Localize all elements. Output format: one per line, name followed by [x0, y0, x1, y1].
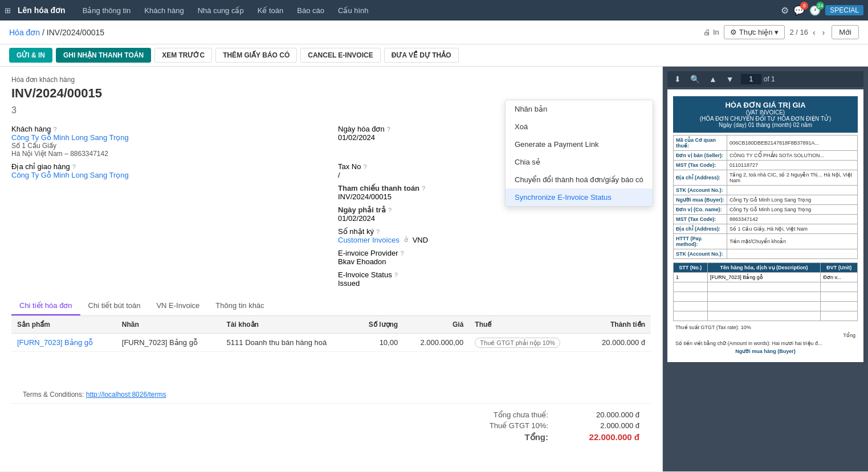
so-nhat-ky-value[interactable]: Customer Invoices	[338, 236, 400, 244]
settings-icon[interactable]: ⚙	[781, 5, 789, 16]
don-vi-mua-value: Công Ty Gỗ Minh Long Sang Trọng	[730, 207, 811, 212]
totals-section: Tổng chưa thuế: 20.000.000 đ Thuế GTGT 1…	[11, 403, 651, 452]
ghi-nhan-button[interactable]: GHI NHẬN THANH TOÁN	[56, 48, 151, 63]
field-ngay-phai-tra: Ngày phải trả ? 01/02/2024	[338, 206, 651, 223]
khach-hang-addr2: Hà Nội Việt Nam – 8863347142	[11, 150, 324, 158]
thue-gtgt-label: Thuế GTGT 10%:	[490, 421, 548, 430]
col-so-luong: Số lượng	[355, 316, 404, 334]
doc-empty-row4	[674, 311, 858, 321]
tax-no-label: Tax No	[338, 162, 361, 171]
nav-ke-toan[interactable]: Kế toán	[252, 3, 290, 18]
breadcrumb-parent[interactable]: Hóa đơn	[9, 28, 40, 37]
invoice-preview-panel: ⬇ 🔍 ▲ ▼ of 1 HÓA ĐƠN GIÁ TRỊ GIA (VAT IN…	[663, 67, 868, 471]
tong-chua-thue-label: Tổng chưa thuế:	[494, 411, 548, 419]
next-page-button[interactable]: ›	[820, 27, 828, 38]
ngay-phai-tra-label: Ngày phải trả	[338, 206, 386, 214]
tab-vn-einvoice[interactable]: VN E-Invoice	[148, 297, 207, 315]
preview-search-icon[interactable]: 🔍	[688, 73, 702, 85]
product-name[interactable]: [FURN_7023] Bảng gỗ	[11, 334, 116, 352]
doc-empty-row3	[674, 302, 858, 311]
dia-chi-ban-label: Địa chỉ (Address):	[676, 175, 720, 180]
tab-chi-tiet-but-toan[interactable]: Chi tiết bút toán	[80, 297, 149, 315]
khach-hang-label: Khách hàng	[11, 125, 51, 133]
cancel-einvoice-button[interactable]: CANCEL E-INVOICE	[300, 48, 380, 63]
einvoice-provider-help-icon[interactable]: ?	[401, 250, 404, 257]
dropdown-menu: Nhân bản Xoá Generate a Payment Link Chi…	[505, 100, 653, 207]
page-number-input[interactable]	[741, 74, 761, 84]
field-so-nhat-ky: Số nhật ký ? Customer Invoices ở VND	[338, 227, 651, 244]
nguoi-mua-value: Công Ty Gỗ Minh Long Sang Trọng	[730, 197, 811, 203]
dropdown-xoa[interactable]: Xoá	[506, 118, 653, 136]
message-badge: 8	[800, 2, 808, 10]
tab-chi-tiet-hoa-don[interactable]: Chi tiết hóa đơn	[11, 297, 80, 315]
dia-chi-mua-value: Số 1 Cầu Giấy, Hà Nội, Việt Nam	[730, 226, 808, 232]
nav-cau-hinh[interactable]: Cấu hình	[332, 3, 374, 18]
right-icons: ⚙ 💬 8 🕐 24 SPECIAL	[781, 5, 863, 16]
product-price: 2.000.000,00	[404, 334, 469, 352]
preview-download-icon[interactable]: ⬇	[672, 73, 683, 85]
tham-chieu-help-icon[interactable]: ?	[422, 185, 425, 192]
dia-chi-help-icon[interactable]: ?	[72, 163, 76, 170]
preview-down-icon[interactable]: ▼	[724, 73, 736, 85]
app-grid-icon[interactable]: ⊞	[5, 6, 11, 15]
nav-nha-cung-cap[interactable]: Nhà cung cấp	[192, 3, 250, 18]
app-name: Lên hóa đơn	[18, 6, 66, 15]
doc-empty-row1	[674, 282, 858, 292]
xem-truoc-button[interactable]: XEM TRƯỚC	[154, 48, 212, 63]
terms-section: Terms & Conditions: http://localhost:802…	[11, 386, 651, 403]
nav-bang-thong-tin[interactable]: Bảng thông tin	[77, 3, 137, 18]
dua-ve-button[interactable]: ĐƯA VỀ DỰ THẢO	[384, 48, 459, 63]
tax-badge[interactable]: Thuế GTGT phải nộp 10%	[475, 338, 560, 348]
so-nhat-ky-help-icon[interactable]: ?	[376, 228, 380, 235]
khach-hang-help-icon[interactable]: ?	[53, 126, 56, 133]
product-account: 5111 Doanh thu bán hàng hoá	[221, 334, 355, 352]
print-button[interactable]: 🖨 In	[703, 28, 719, 36]
preview-up-icon[interactable]: ▲	[707, 73, 719, 85]
stk-ban-label: STK (Account No.):	[676, 187, 723, 193]
printer-icon: 🖨	[703, 28, 711, 36]
httt-label: HTTT (Pay. method):	[676, 236, 702, 247]
field-einvoice-provider: E-invoice Provider ? Bkav Ehoadon	[338, 249, 651, 266]
mst-mua-value: 8863347142	[730, 216, 758, 222]
col-thanh-tien: Thành tiền	[585, 316, 651, 334]
tong-value: 22.000.000 đ	[571, 432, 639, 442]
col-thue: Thuế	[469, 316, 585, 334]
dia-chi-mua-label: Địa chỉ (Address):	[676, 226, 720, 232]
clock-icon[interactable]: 🕐 24	[809, 5, 821, 16]
dropdown-generate-payment[interactable]: Generate a Payment Link	[506, 136, 653, 153]
gui-in-button[interactable]: GỬI & IN	[9, 48, 52, 63]
einvoice-provider-label: E-invoice Provider	[338, 249, 398, 257]
nav-khach-hang[interactable]: Khách hàng	[138, 3, 189, 18]
ngay-hoa-don-label: Ngày hóa đơn	[338, 125, 385, 133]
ngay-hoa-don-help-icon[interactable]: ?	[387, 126, 390, 133]
them-giay-button[interactable]: THÊM GIẤY BÁO CÓ	[215, 48, 297, 63]
ngay-phai-tra-help-icon[interactable]: ?	[388, 207, 392, 214]
tab-thong-tin-khac[interactable]: Thông tin khác	[207, 297, 272, 315]
dropdown-nhan-ban[interactable]: Nhân bản	[506, 100, 653, 118]
dropdown-sync-einvoice[interactable]: Synchronize E-Invoice Status	[506, 188, 653, 206]
doc-convert: (HÓA ĐƠN CHUYỂN ĐỔI TỪ HÓA ĐƠN ĐIỆN TỬ)	[675, 116, 855, 122]
empty-left3	[11, 227, 324, 244]
prev-page-button[interactable]: ‹	[810, 27, 818, 38]
invoice-tabs: Chi tiết hóa đơn Chi tiết bút toán VN E-…	[11, 297, 651, 316]
field-dia-chi-giao-hang: Địa chỉ giao hàng ? Công Ty Gỗ Minh Long…	[11, 162, 324, 179]
invoice-number: INV/2024/00015	[11, 86, 651, 101]
messages-icon[interactable]: 💬 8	[793, 5, 805, 16]
dia-chi-value[interactable]: Công Ty Gỗ Minh Long Sang Trọng	[11, 171, 324, 179]
page-input-wrap: of 1	[741, 74, 775, 84]
doc-buyer-label: Người mua hàng (Buyer)	[673, 347, 858, 355]
tham-chieu-label: Tham chiếu thanh toán	[338, 184, 419, 192]
dropdown-chuyen-doi[interactable]: Chuyển đổi thành hoá đơn/giấy báo có	[506, 171, 653, 188]
tax-no-help-icon[interactable]: ?	[363, 163, 366, 170]
new-button[interactable]: Mới	[832, 25, 859, 39]
nav-bao-cao[interactable]: Báo cáo	[291, 3, 330, 18]
mst-ban-label: MST (Tax Code):	[676, 162, 716, 168]
einvoice-status-help-icon[interactable]: ?	[394, 272, 398, 278]
action-bar: GỬI & IN GHI NHẬN THANH TOÁN XEM TRƯỚC T…	[0, 44, 868, 67]
thuc-hien-button[interactable]: ⚙ Thực hiện ▾	[724, 25, 785, 39]
terms-link[interactable]: http://localhost:8026/terms	[86, 391, 166, 399]
khach-hang-value[interactable]: Công Ty Gỗ Minh Long Sang Trọng	[11, 133, 324, 142]
dropdown-chia-se[interactable]: Chia sẻ	[506, 153, 653, 171]
product-tax: Thuế GTGT phải nộp 10%	[469, 334, 585, 352]
total-pre-tax-row: Tổng chưa thuế: 20.000.000 đ	[23, 411, 639, 419]
